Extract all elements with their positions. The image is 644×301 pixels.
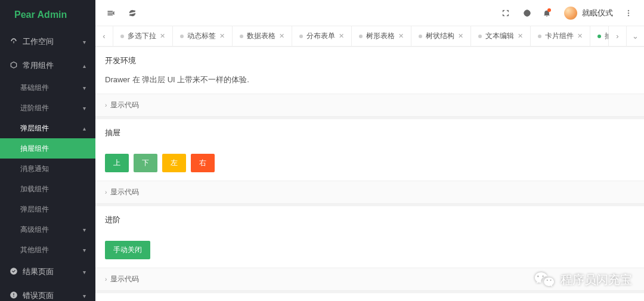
tab-close-icon[interactable]: ✕ bbox=[458, 32, 463, 40]
tab[interactable]: 动态标签✕ bbox=[173, 26, 233, 46]
sidebar-item-notification[interactable]: 消息通知 bbox=[0, 159, 95, 179]
sidebar: Pear Admin 工作空间 ▾ 常用组件 ▴ 基础组件 ▾ 进阶组件 ▾ 弹… bbox=[0, 0, 95, 301]
manual-close-button[interactable]: 手动关闭 bbox=[105, 241, 150, 259]
notification-button[interactable] bbox=[538, 0, 559, 26]
sidebar-item-workspace[interactable]: 工作空间 ▾ bbox=[0, 30, 95, 54]
sidebar-item-advanced[interactable]: 进阶组件 ▾ bbox=[0, 98, 95, 118]
more-button[interactable] bbox=[618, 0, 639, 26]
chevron-down-icon: ▾ bbox=[83, 269, 86, 275]
show-code-toggle[interactable]: › 显示代码 bbox=[95, 181, 644, 203]
chevron-right-icon: › bbox=[105, 102, 107, 108]
tab-dot-icon bbox=[419, 35, 422, 38]
chevron-down-icon: ▾ bbox=[83, 85, 86, 91]
svg-point-3 bbox=[628, 15, 629, 16]
section-dev-env-text: Drawer 在 弹出层 UI 上带来不一样的体验. bbox=[95, 75, 644, 94]
chevron-right-icon: › bbox=[105, 276, 107, 283]
sidebar-item-label: 其他组件 bbox=[20, 245, 49, 255]
tab[interactable]: 树状结构✕ bbox=[411, 26, 471, 46]
sidebar-item-basic[interactable]: 基础组件 ▾ bbox=[0, 77, 95, 98]
tabs-scroll-right[interactable]: › bbox=[608, 26, 626, 46]
tab-dot-icon bbox=[240, 35, 243, 38]
content-area: 开发环境 Drawer 在 弹出层 UI 上带来不一样的体验. › 显示代码 抽… bbox=[95, 46, 644, 301]
user-menu[interactable]: 就眠仪式 bbox=[559, 7, 618, 20]
notification-dot bbox=[547, 8, 551, 12]
tab-label: 树形表格 bbox=[366, 31, 395, 41]
show-code-label: 显示代码 bbox=[110, 274, 139, 284]
svg-point-1 bbox=[628, 10, 629, 11]
drawer-right-button[interactable]: 右 bbox=[191, 154, 215, 172]
sidebar-item-label: 弹层组件 bbox=[20, 123, 49, 134]
sidebar-item-label: 抽屉组件 bbox=[20, 144, 49, 154]
sidebar-item-label: 工作空间 bbox=[23, 36, 54, 47]
sidebar-item-label: 结果页面 bbox=[23, 266, 54, 277]
drawer-down-button[interactable]: 下 bbox=[134, 154, 157, 172]
tab-close-icon[interactable]: ✕ bbox=[518, 32, 523, 40]
chevron-up-icon: ▴ bbox=[83, 125, 86, 132]
user-name: 就眠仪式 bbox=[582, 8, 613, 18]
tab-label: 文本编辑 bbox=[485, 31, 514, 41]
sidebar-item-other[interactable]: 其他组件 ▾ bbox=[0, 240, 95, 260]
sidebar-item-senior[interactable]: 高级组件 ▾ bbox=[0, 219, 95, 240]
tab-label: 分布表单 bbox=[306, 31, 335, 41]
sidebar-item-common[interactable]: 常用组件 ▴ bbox=[0, 54, 95, 77]
language-button[interactable] bbox=[516, 0, 538, 26]
tab-close-icon[interactable]: ✕ bbox=[160, 32, 165, 40]
tab[interactable]: 卡片组件✕ bbox=[531, 26, 590, 46]
svg-point-2 bbox=[628, 13, 629, 14]
section-extend-title: 扩展 bbox=[95, 293, 644, 301]
alert-circle-icon bbox=[10, 291, 18, 301]
sidebar-item-drawer[interactable]: 抽屉组件 bbox=[0, 138, 95, 159]
chevron-down-icon: ▾ bbox=[83, 226, 86, 233]
section-advanced-title: 进阶 bbox=[95, 206, 644, 234]
show-code-toggle[interactable]: › 显示代码 bbox=[95, 268, 644, 290]
sidebar-item-label: 高级组件 bbox=[20, 225, 49, 235]
sidebar-item-label: 错误页面 bbox=[23, 290, 54, 301]
drawer-up-button[interactable]: 上 bbox=[105, 154, 129, 172]
sidebar-item-popup[interactable]: 弹层组件 ▴ bbox=[0, 118, 95, 138]
avatar bbox=[564, 7, 577, 20]
tab[interactable]: 文本编辑✕ bbox=[471, 26, 531, 46]
collapse-sidebar-button[interactable] bbox=[100, 0, 122, 26]
tab-dot-icon bbox=[180, 35, 184, 38]
sidebar-item-label: 基础组件 bbox=[20, 83, 49, 93]
refresh-button[interactable] bbox=[122, 0, 143, 26]
section-drawer-title: 抽屉 bbox=[95, 119, 644, 147]
drawer-left-button[interactable]: 左 bbox=[162, 154, 186, 172]
tab-close-icon[interactable]: ✕ bbox=[398, 32, 404, 40]
tab-label: 动态标签 bbox=[187, 31, 216, 41]
tab[interactable]: 数据表格✕ bbox=[233, 26, 292, 46]
sidebar-item-label: 弹层组件 bbox=[20, 204, 49, 215]
tab[interactable]: 多选下拉✕ bbox=[113, 26, 173, 46]
tab[interactable]: 树形表格✕ bbox=[352, 26, 411, 46]
tab-label: 多选下拉 bbox=[128, 31, 156, 41]
tab-label: 卡片组件 bbox=[545, 31, 574, 41]
tab-label: 树状结构 bbox=[426, 31, 454, 41]
tabs-scroll-left[interactable]: ‹ bbox=[95, 26, 113, 46]
sidebar-item-label: 常用组件 bbox=[23, 60, 54, 71]
sidebar-item-popup-sub[interactable]: 弹层组件 bbox=[0, 199, 95, 219]
chevron-down-icon: ▾ bbox=[83, 247, 86, 253]
sidebar-item-label: 进阶组件 bbox=[20, 103, 49, 113]
tab-dot-icon bbox=[597, 35, 601, 38]
topbar: 就眠仪式 bbox=[95, 0, 644, 26]
sidebar-item-label: 消息通知 bbox=[20, 164, 49, 174]
show-code-toggle[interactable]: › 显示代码 bbox=[95, 94, 644, 116]
fullscreen-button[interactable] bbox=[495, 0, 516, 26]
tab[interactable]: 抽屉组件✕ bbox=[590, 26, 608, 46]
section-dev-env-title: 开发环境 bbox=[95, 47, 644, 75]
chevron-up-icon: ▴ bbox=[83, 63, 86, 69]
tab-close-icon[interactable]: ✕ bbox=[219, 32, 225, 40]
tab-close-icon[interactable]: ✕ bbox=[577, 32, 583, 40]
tab-dot-icon bbox=[538, 35, 541, 38]
tab-close-icon[interactable]: ✕ bbox=[339, 32, 344, 40]
check-circle-icon bbox=[10, 267, 18, 277]
tab-dot-icon bbox=[478, 35, 482, 38]
dashboard-icon bbox=[10, 37, 18, 47]
tab-close-icon[interactable]: ✕ bbox=[279, 32, 284, 40]
sidebar-item-error[interactable]: 错误页面 ▾ bbox=[0, 284, 95, 301]
tab-dot-icon bbox=[299, 35, 303, 38]
tabs-dropdown[interactable]: ⌄ bbox=[626, 26, 644, 46]
sidebar-item-loading[interactable]: 加载组件 bbox=[0, 179, 95, 199]
tab[interactable]: 分布表单✕ bbox=[292, 26, 352, 46]
sidebar-item-result[interactable]: 结果页面 ▾ bbox=[0, 260, 95, 284]
